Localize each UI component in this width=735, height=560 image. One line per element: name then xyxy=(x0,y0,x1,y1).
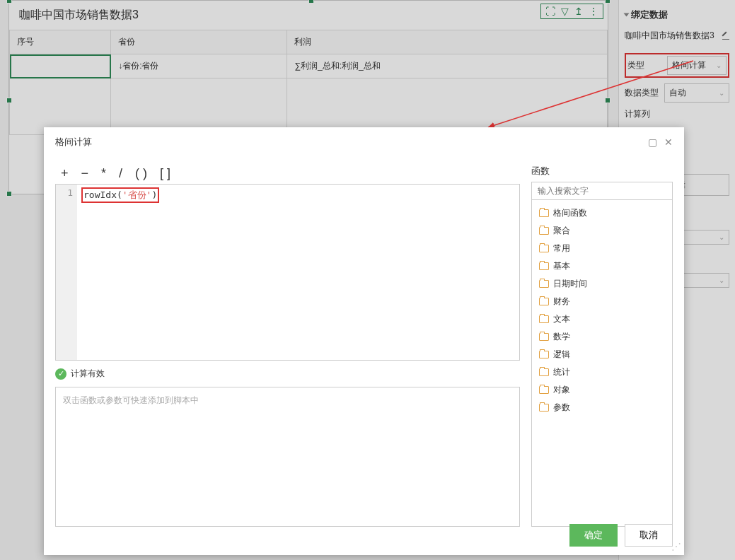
resize-grip-icon[interactable]: ⋰ xyxy=(671,541,681,552)
function-category-label: 聚合 xyxy=(553,225,570,237)
function-category-label: 参数 xyxy=(553,402,570,414)
modal-title: 格间计算 xyxy=(55,136,92,148)
folder-icon xyxy=(539,209,549,217)
function-pane: 函数 格间函数聚合常用基本日期时间财务文本数学逻辑统计对象参数 xyxy=(531,163,673,527)
function-category[interactable]: 数学 xyxy=(535,328,669,346)
folder-icon xyxy=(539,404,549,412)
folder-icon xyxy=(539,386,549,394)
op-mult[interactable]: * xyxy=(101,166,106,181)
folder-icon xyxy=(539,298,549,305)
function-category-label: 日期时间 xyxy=(553,278,587,290)
folder-icon xyxy=(539,368,549,376)
ok-button[interactable]: 确定 xyxy=(569,524,618,547)
function-category-label: 财务 xyxy=(553,296,570,308)
cancel-button[interactable]: 取消 xyxy=(625,524,673,547)
function-search-input[interactable] xyxy=(531,182,673,200)
function-category-label: 常用 xyxy=(553,243,570,255)
folder-icon xyxy=(539,227,549,235)
function-category[interactable]: 参数 xyxy=(535,399,669,416)
function-category-label: 数学 xyxy=(553,331,570,343)
validation-status: ✓ 计算有效 xyxy=(55,361,520,387)
function-category-label: 逻辑 xyxy=(553,349,570,361)
folder-icon xyxy=(539,351,549,358)
function-category[interactable]: 财务 xyxy=(535,293,669,310)
function-category[interactable]: 文本 xyxy=(535,310,669,328)
op-minus[interactable]: − xyxy=(81,166,89,181)
function-category-label: 统计 xyxy=(553,366,570,378)
function-category-label: 基本 xyxy=(553,260,570,272)
function-category[interactable]: 对象 xyxy=(535,381,669,399)
function-category-label: 对象 xyxy=(553,384,570,396)
editor-pane: + − * / ( ) [ ] 1 rowIdx('省份') ✓ 计算有效 双击… xyxy=(55,163,520,527)
function-category-label: 文本 xyxy=(553,313,570,325)
operator-bar: + − * / ( ) [ ] xyxy=(55,163,520,184)
function-category[interactable]: 常用 xyxy=(535,240,669,257)
function-category[interactable]: 格间函数 xyxy=(535,204,669,222)
folder-icon xyxy=(539,245,549,252)
code-editor[interactable]: 1 rowIdx('省份') xyxy=(55,184,520,361)
folder-icon xyxy=(539,315,549,323)
line-gutter: 1 xyxy=(56,185,77,360)
help-box: 双击函数或参数可快速添加到脚本中 xyxy=(55,387,520,527)
folder-icon xyxy=(539,333,549,341)
op-paren[interactable]: ( ) xyxy=(135,166,147,181)
close-icon[interactable]: ✕ xyxy=(664,136,673,148)
function-label: 函数 xyxy=(531,163,673,182)
calc-modal: 格间计算 ▢ ✕ + − * / ( ) [ ] 1 rowIdx('省份') xyxy=(44,127,684,555)
maximize-icon[interactable]: ▢ xyxy=(648,136,657,148)
op-bracket[interactable]: [ ] xyxy=(160,166,170,181)
folder-icon xyxy=(539,262,549,270)
function-category[interactable]: 基本 xyxy=(535,257,669,275)
op-plus[interactable]: + xyxy=(61,166,69,181)
function-category[interactable]: 日期时间 xyxy=(535,275,669,293)
function-category[interactable]: 统计 xyxy=(535,363,669,381)
function-category-label: 格间函数 xyxy=(553,207,587,219)
op-div[interactable]: / xyxy=(119,166,122,181)
function-category[interactable]: 聚合 xyxy=(535,222,669,240)
check-icon: ✓ xyxy=(55,368,66,380)
folder-icon xyxy=(539,280,549,288)
function-list: 格间函数聚合常用基本日期时间财务文本数学逻辑统计对象参数 xyxy=(531,200,673,527)
function-category[interactable]: 逻辑 xyxy=(535,346,669,363)
